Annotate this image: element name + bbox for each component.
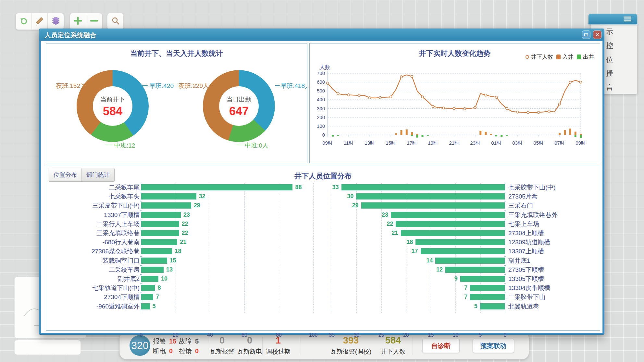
svg-text:03时: 03时 (512, 140, 523, 146)
svg-text:400: 400 (317, 97, 325, 102)
close-icon[interactable]: ✕ (593, 30, 601, 39)
undo-button[interactable] (16, 13, 32, 30)
bar-value-label: 14 (426, 258, 433, 264)
x-axis-tick: 15 (421, 332, 440, 338)
bar[interactable] (141, 248, 172, 254)
svg-text:200: 200 (317, 115, 325, 120)
bar[interactable] (141, 285, 155, 291)
bar-category-label: 北翼轨道巷 (508, 302, 596, 311)
bar-category-label: 七采猴车头 (79, 192, 140, 201)
row-tick (504, 247, 506, 247)
bar[interactable] (141, 258, 167, 264)
row-tick (504, 229, 506, 229)
bar[interactable] (141, 267, 164, 273)
svg-text:21时: 21时 (449, 140, 459, 146)
minimize-button[interactable] (582, 30, 590, 39)
bar[interactable] (356, 193, 505, 199)
row-tick (504, 238, 506, 238)
bar-category-label: 三采充填联络巷 (79, 229, 140, 238)
bar[interactable] (396, 221, 505, 227)
trend-line-chart[interactable]: 700600500400300200100009时11时13时15时17时19时… (310, 43, 601, 163)
bar[interactable] (435, 258, 505, 264)
side-menu-item[interactable]: 位 (606, 55, 635, 66)
bar[interactable] (141, 193, 196, 199)
side-menu-item[interactable]: 示 (606, 27, 635, 39)
bar-category-label: 12309轨道顺槽 (508, 238, 596, 247)
svg-text:300: 300 (317, 106, 325, 111)
bar-value-label: 8 (157, 285, 161, 291)
self-diagnosis-button[interactable]: 自诊断 (422, 339, 460, 353)
counter-label: 井下人数 (364, 347, 422, 356)
bar[interactable] (141, 303, 150, 309)
bar-value-label: 22 (182, 230, 188, 236)
bar[interactable] (141, 239, 177, 245)
x-axis-tick: 5 (471, 332, 490, 338)
bar-category-label: 七采轨道下山(中) (79, 284, 140, 293)
row-tick (504, 220, 506, 220)
trend-panel: 井下实时人数变化趋势 井下人数 入井 出井 人数 700600500400300… (309, 43, 600, 163)
distribution-panel: 位置分布 部门统计 井下人员位置分布 二采猴车尾七采猴车头三采皮带下山(中)13… (46, 166, 600, 331)
bar[interactable] (460, 276, 505, 282)
side-menu-item[interactable]: 言 (606, 83, 635, 94)
bar[interactable] (361, 202, 505, 209)
bar[interactable] (391, 212, 505, 218)
bar[interactable] (141, 294, 153, 300)
svg-text:11时: 11时 (344, 140, 354, 146)
bar[interactable] (445, 267, 505, 273)
slice-label-night-shift: 夜班:152 (49, 82, 80, 90)
donut-current-underground[interactable]: 当前井下 584 (77, 70, 149, 142)
bar[interactable] (141, 230, 179, 236)
bar-value-label: 9 (454, 276, 458, 282)
row-tick (504, 293, 506, 293)
search-button[interactable] (107, 13, 123, 30)
zoom-out-button[interactable] (86, 13, 102, 30)
svg-text:500: 500 (317, 88, 325, 93)
window-titlebar[interactable]: 人员定位系统融合 ✕ (39, 29, 604, 41)
zoom-in-button[interactable] (70, 13, 86, 30)
donut-today-attendance[interactable]: 当日出勤 647 (203, 70, 275, 142)
bar[interactable] (141, 276, 158, 282)
bar[interactable] (401, 230, 505, 236)
bar[interactable] (415, 239, 505, 245)
x-axis-tick: 25 (372, 332, 391, 338)
x-axis-tick: 20 (396, 332, 416, 338)
divider (208, 337, 208, 355)
bar[interactable] (480, 303, 505, 309)
bar-value-label: 22 (182, 221, 188, 227)
svg-text:13时: 13时 (365, 140, 375, 146)
x-axis-tick: 0 (131, 332, 151, 338)
left-bar-chart[interactable]: 0204060801008832292322222118151310875 (141, 183, 313, 313)
bar-value-label: 29 (352, 202, 359, 209)
row-tick (140, 220, 142, 220)
right-bar-chart[interactable]: 35302520151050333029232221181714129775 (332, 183, 505, 313)
row-tick (140, 247, 142, 247)
bar[interactable] (141, 221, 179, 227)
bar[interactable] (141, 184, 292, 190)
bar-category-label: 二采行人上车场 (79, 220, 140, 229)
svg-text:15时: 15时 (386, 140, 396, 146)
bar[interactable] (421, 248, 505, 254)
map-toolbar-group-edit (16, 13, 64, 30)
layers-button[interactable] (48, 13, 64, 30)
bar-category-label: 二采胶带下山 (508, 293, 596, 302)
bar[interactable] (141, 212, 181, 218)
bar[interactable] (141, 202, 191, 209)
bar-category-label: 13307上顺槽 (508, 247, 596, 256)
alarm-label: 报警 (153, 338, 166, 345)
slice-label-morning-shift: 早班:418人 (280, 82, 307, 90)
bar-value-label: 88 (295, 184, 302, 190)
bar-category-label: 二采绞车房 (79, 265, 140, 274)
row-tick (140, 265, 142, 266)
plan-linkage-button[interactable]: 预案联动 (473, 339, 514, 353)
side-menu-item[interactable]: 控 (606, 41, 635, 53)
bar[interactable] (341, 184, 505, 190)
row-tick (504, 284, 506, 284)
bar-value-label: 5 (153, 303, 156, 309)
bar[interactable] (470, 294, 505, 300)
side-menu-item[interactable]: 播 (606, 69, 635, 80)
bar[interactable] (470, 285, 505, 291)
ruler-button[interactable] (32, 13, 48, 30)
x-axis-tick: 30 (347, 332, 366, 338)
menu-icon[interactable] (624, 17, 631, 22)
slice-label-middle-shift: 中班:12 (114, 141, 135, 150)
